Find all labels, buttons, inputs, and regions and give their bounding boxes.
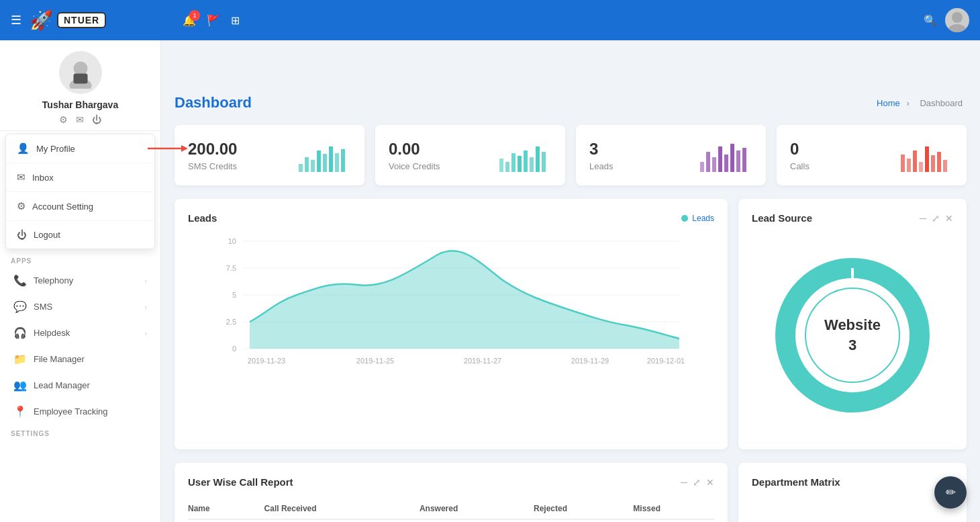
svg-point-56: [805, 288, 899, 382]
sidebar-item-helpdesk[interactable]: 🎧Helpdesk ›: [3, 320, 158, 346]
svg-text:0: 0: [232, 345, 236, 353]
user-avatar-topbar[interactable]: [945, 8, 969, 32]
bottom-row: User Wise Call Report ─ ⤢ ✕ Name Call Re…: [175, 463, 967, 522]
expand-btn[interactable]: ⤢: [932, 213, 940, 224]
stats-row: 200.00 SMS Credits: [175, 125, 967, 185]
page-header: Dashboard Home › Dashboard: [175, 94, 967, 112]
profile-icon: 👤: [17, 142, 30, 155]
svg-rect-19: [524, 150, 528, 172]
sidebar-item-filemanager[interactable]: 📁File Manager: [3, 346, 158, 372]
stat-card-calls: 0 Calls: [777, 125, 967, 185]
sidebar-item-leadmanager[interactable]: 👥Lead Manager: [3, 372, 158, 398]
svg-rect-30: [742, 148, 746, 172]
svg-rect-38: [943, 160, 947, 172]
main-content: Dashboard Home › Dashboard 200.00 SMS Cr…: [161, 40, 980, 522]
donut-container: Website 3: [752, 234, 953, 436]
svg-rect-21: [536, 146, 540, 172]
logo-rocket-icon: 🚀: [30, 9, 53, 32]
department-matrix-title: Department Matrix: [752, 476, 840, 488]
lead-source-title: Lead Source: [752, 212, 812, 224]
svg-text:2019-11-27: 2019-11-27: [464, 357, 501, 365]
svg-rect-4: [73, 74, 87, 84]
leads-label: Leads: [589, 161, 613, 171]
search-icon[interactable]: 🔍: [924, 14, 937, 27]
charts-row: Leads Leads 10: [175, 199, 967, 449]
close-btn[interactable]: ✕: [945, 213, 953, 224]
sidebar: Tushar Bhargava ⚙ ✉ ⏻ 👤 My Profile: [0, 40, 161, 522]
logo-brand: NTUER: [57, 12, 106, 28]
account-setting-icon: ⚙: [17, 200, 26, 212]
topbar-icons: 🔔 1 🚩 ⊞: [172, 14, 924, 27]
dropdown-menu: 👤 My Profile ✉ Inbox ⚙ Account Setting: [5, 134, 155, 249]
sms-label: SMS Credits: [188, 161, 237, 171]
voice-chart: [498, 138, 552, 172]
svg-text:Website: Website: [824, 316, 881, 333]
mail-icon[interactable]: ✉: [76, 114, 84, 125]
sidebar-item-telephony[interactable]: 📞Telephony ›: [3, 267, 158, 294]
filemanager-label: File Manager: [34, 354, 85, 364]
flag-icon[interactable]: 🚩: [207, 14, 220, 27]
stat-card-sms: 200.00 SMS Credits: [175, 125, 364, 185]
svg-rect-23: [700, 162, 704, 172]
logout-label: Logout: [34, 230, 60, 240]
svg-rect-33: [913, 150, 917, 172]
settings-icon[interactable]: ⚙: [59, 114, 68, 125]
leads-chart: [699, 138, 752, 172]
sidebar-item-employeetracking[interactable]: 📍Employee Tracking: [3, 398, 158, 425]
logout-icon: ⏻: [17, 229, 27, 241]
sms-value: 200.00: [188, 140, 237, 159]
svg-text:5: 5: [232, 291, 236, 299]
leads-legend: Leads: [681, 214, 714, 223]
cell-name: User 1: [188, 519, 264, 522]
svg-text:2019-12-01: 2019-12-01: [647, 357, 685, 365]
call-expand-btn[interactable]: ⤢: [693, 477, 701, 488]
account-setting-label: Account Setting: [32, 202, 93, 212]
leads-value: 3: [589, 140, 613, 159]
svg-rect-8: [305, 157, 309, 172]
svg-rect-17: [511, 153, 516, 172]
filemanager-icon: 📁: [13, 353, 27, 365]
notification-icon[interactable]: 🔔 1: [183, 14, 196, 27]
call-report-card: User Wise Call Report ─ ⤢ ✕ Name Call Re…: [175, 463, 728, 522]
cell-answered: 0: [420, 519, 534, 522]
user-name: Tushar Bhargava: [42, 99, 118, 110]
legend-dot: [681, 215, 688, 222]
col-answered: Answered: [420, 498, 534, 519]
call-report-controls: ─ ⤢ ✕: [681, 477, 714, 488]
sms-icon: 💬: [13, 300, 27, 313]
employeetracking-label: Employee Tracking: [34, 406, 108, 417]
svg-point-1: [948, 24, 967, 32]
profile-label: My Profile: [36, 144, 75, 154]
fab-button[interactable]: ✏: [934, 476, 967, 509]
col-received: Call Received: [264, 498, 420, 519]
dropdown-logout[interactable]: ⏻ Logout: [6, 221, 154, 249]
employeetracking-icon: 📍: [13, 405, 27, 418]
call-close-btn[interactable]: ✕: [706, 477, 714, 488]
grid-icon[interactable]: ⊞: [231, 14, 240, 27]
cell-received: 0: [264, 519, 420, 522]
card-controls: ─ ⤢ ✕: [920, 213, 953, 224]
svg-text:2019-11-29: 2019-11-29: [571, 357, 609, 365]
dropdown-my-profile[interactable]: 👤 My Profile: [6, 134, 154, 163]
voice-label: Voice Credits: [389, 161, 440, 171]
dropdown-account-setting[interactable]: ⚙ Account Setting: [6, 192, 154, 221]
sidebar-item-sms[interactable]: 💬SMS ›: [3, 294, 158, 320]
user-icon-row: ⚙ ✉ ⏻: [59, 114, 101, 125]
hamburger-icon[interactable]: ☰: [11, 13, 21, 28]
dropdown-inbox[interactable]: ✉ Inbox: [6, 163, 154, 192]
minimize-btn[interactable]: ─: [920, 213, 926, 224]
leadmanager-icon: 👥: [13, 379, 27, 392]
svg-rect-7: [299, 164, 303, 172]
breadcrumb-home[interactable]: Home: [877, 98, 900, 108]
leads-chart-title: Leads: [188, 212, 217, 224]
stat-card-leads: 3 Leads: [576, 125, 766, 185]
svg-rect-34: [919, 162, 923, 172]
helpdesk-label: Helpdesk: [34, 328, 70, 338]
call-minimize-btn[interactable]: ─: [681, 477, 687, 488]
telephony-icon: 📞: [13, 274, 27, 287]
breadcrumb: Home › Dashboard: [877, 98, 967, 108]
section-settings: SETTINGS: [0, 425, 160, 440]
call-report-title: User Wise Call Report: [188, 476, 293, 488]
svg-rect-22: [542, 152, 546, 172]
power-icon[interactable]: ⏻: [92, 114, 101, 125]
